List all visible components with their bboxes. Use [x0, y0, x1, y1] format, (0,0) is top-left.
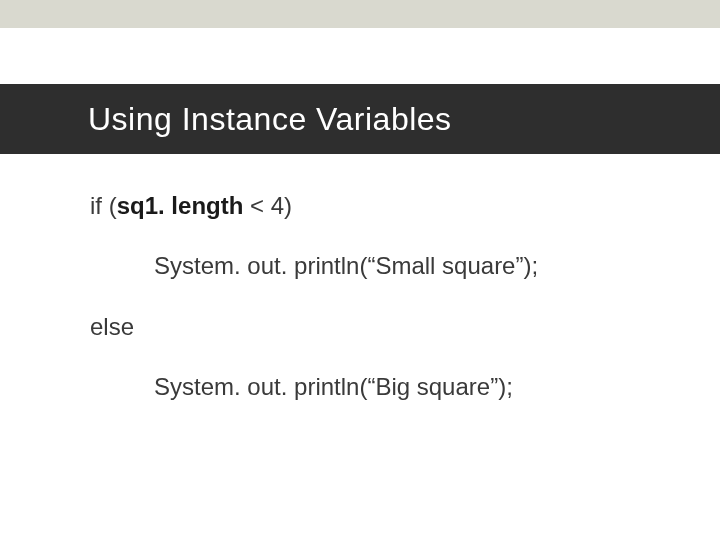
code-line-1-suffix: < 4)	[243, 192, 292, 219]
decorative-top-bar	[0, 0, 720, 28]
code-line-2: System. out. println(“Small square”);	[90, 250, 680, 282]
title-band: Using Instance Variables	[0, 84, 720, 154]
slide-title: Using Instance Variables	[88, 101, 452, 138]
code-line-1-prefix: if (	[90, 192, 117, 219]
code-line-3: else	[90, 311, 680, 343]
slide-body: if (sq1. length < 4) System. out. printl…	[90, 190, 680, 432]
code-line-1: if (sq1. length < 4)	[90, 190, 680, 222]
code-line-4: System. out. println(“Big square”);	[90, 371, 680, 403]
code-line-1-emphasis: sq1. length	[117, 192, 244, 219]
